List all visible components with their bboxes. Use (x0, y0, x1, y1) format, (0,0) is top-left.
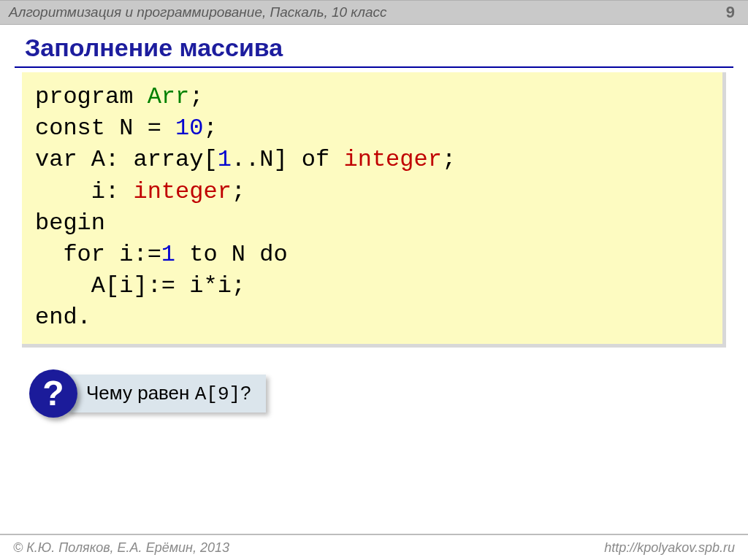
code-l2-semi: ; (203, 115, 217, 142)
code-l1-semi: ; (189, 83, 203, 110)
code-l6-c: to N do (175, 241, 288, 268)
question-pre: Чему равен (86, 382, 195, 404)
code-l1-id: Arr (148, 83, 190, 110)
question-text-box: Чему равен A[9]? (67, 375, 266, 413)
slide: Алгоритмизация и программирование, Паска… (0, 0, 748, 560)
question-mono: A[9] (195, 383, 240, 405)
code-l1-kw: program (35, 83, 148, 110)
breadcrumb-title: Алгоритмизация и программирование, Паска… (9, 4, 387, 20)
page-title: Заполнение массива (25, 34, 748, 62)
question-post: ? (240, 382, 251, 404)
code-l8: end. (35, 304, 91, 331)
code-block: program Arr; const N = 10; var A: array[… (22, 72, 726, 348)
question-mark-icon: ? (29, 369, 77, 418)
code-l2-a: const N (35, 115, 133, 142)
code-l2-eq: = (133, 115, 175, 142)
header-bar: Алгоритмизация и программирование, Паска… (0, 0, 748, 25)
code-l3-semi: ; (442, 146, 456, 173)
footer-bar: © К.Ю. Поляков, Е.А. Ерёмин, 2013 http:/… (0, 534, 748, 560)
code-l4-a: i: (35, 178, 133, 205)
page-number: 9 (726, 3, 735, 22)
code-l4-semi: ; (232, 178, 245, 205)
code-l3-num: 1 (218, 146, 232, 173)
code-l6-a: for i:= (35, 241, 161, 268)
code-l2-num: 10 (175, 115, 203, 142)
code-l3-c: ..N] of (232, 146, 344, 173)
footer-right: http://kpolyakov.spb.ru (604, 540, 735, 556)
code-l3-type: integer (343, 146, 441, 173)
question-row: ? Чему равен A[9]? (29, 369, 748, 418)
code-l5: begin (35, 210, 105, 237)
title-divider (15, 66, 733, 68)
code-l3-a: var A: array[ (35, 146, 218, 173)
code-l6-num: 1 (161, 241, 175, 268)
code-l7: A[i]:= i*i; (35, 272, 245, 299)
code-l4-type: integer (133, 178, 231, 205)
question-mark: ? (42, 376, 64, 411)
footer-left: © К.Ю. Поляков, Е.А. Ерёмин, 2013 (13, 540, 229, 556)
